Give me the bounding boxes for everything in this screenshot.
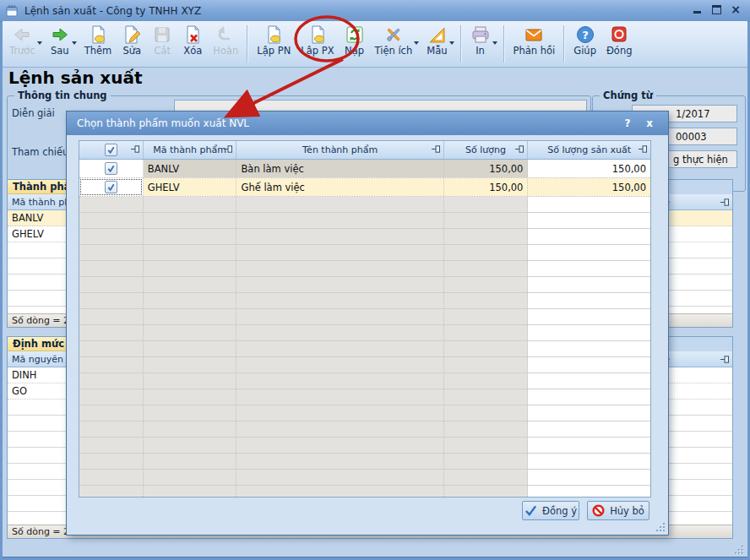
toolbar-button-in[interactable]: In [465,22,496,66]
toolbar-button-lap-pn[interactable]: Lập PN [252,22,296,66]
toolbar-button-lap-px[interactable]: Lập PX [296,22,339,66]
toolbar-button-truoc: Trước [4,22,41,66]
chevron-down-icon[interactable] [449,41,454,45]
toolbar-button-mau[interactable]: Mẫu [421,22,452,66]
pin-icon[interactable] [720,355,730,364]
help-icon: ? [575,24,595,45]
cell-qty: 150,00 [444,160,529,177]
toolbar-button-xoa[interactable]: Xóa [177,22,208,66]
check-icon [524,505,537,516]
cell-qty-prod: 150,00 [528,178,650,196]
chevron-down-icon[interactable] [414,41,419,45]
toolbar-button-tien-ich[interactable]: Tiện ích [370,22,418,66]
dialog-title-bar: Chọn thành phẩm muốn xuất NVL [67,111,668,135]
reference-label: Tham chiếu [12,146,68,158]
arrow-left-icon [12,24,32,45]
check-icon [106,164,116,173]
dialog-table-header: Mã thành phẩm Tên thành phẩm Số lượng Số… [79,141,650,160]
app-window: Lệnh sản xuất - Công ty TNHH XYZ × Trước… [0,0,750,560]
col-header-code[interactable]: Mã thành phẩm [144,141,237,159]
toolbar-button-hoan: Hoàn [208,22,243,66]
col-header-qty-prod[interactable]: Số lượng sản xuất [528,141,650,159]
cell-name: Ghế làm việc [236,178,443,196]
close-button[interactable]: × [730,3,742,15]
title-bar: Lệnh sản xuất - Công ty TNHH XYZ × [0,0,750,22]
row-checkbox[interactable] [105,181,117,193]
cancel-button[interactable]: Hủy bỏ [587,501,649,520]
table-row[interactable]: GHELV Ghế làm việc 150,00 150,00 [79,178,650,197]
create-receipt-icon [264,24,284,45]
chevron-down-icon[interactable] [72,41,77,45]
dialog-resize-grip[interactable] [655,522,666,532]
dialog-help-button[interactable]: ? [621,117,634,130]
toolbar-button-nap[interactable]: Nạp [340,22,370,66]
cell-code: GHELV [144,178,237,196]
toolbar-separator [460,25,462,63]
dialog-close-icon[interactable]: x [643,117,656,130]
mail-icon [524,24,544,45]
undo-icon [215,24,236,45]
template-ruler-icon [427,24,447,45]
toolbar-button-sau[interactable]: Sau [45,22,75,66]
toolbar-button-dong[interactable]: Đóng [601,22,638,66]
save-icon [152,24,172,45]
select-all-header[interactable] [79,141,144,159]
row-checkbox[interactable] [105,162,117,175]
window-title: Lệnh sản xuất - Công ty TNHH XYZ [24,5,201,17]
toolbar-button-phan-hoi[interactable]: Phản hồi [508,22,561,66]
table-row[interactable]: BANLV Bàn làm việc 150,00 150,00 [79,160,650,178]
description-label: Diễn giải [12,107,55,119]
toolbar-button-giup[interactable]: ? Giúp [568,22,601,66]
select-products-dialog: Chọn thành phẩm muốn xuất NVL ? x Mã thà… [66,111,669,536]
dialog-table-empty-area [79,197,650,497]
maximize-button[interactable] [710,3,722,15]
toolbar-button-cat: Cắt [147,22,177,66]
select-all-checkbox[interactable] [105,144,117,156]
toolbar-separator [247,25,248,63]
cell-name: Bàn làm việc [236,160,443,177]
pin-icon[interactable] [224,144,233,154]
arrow-right-icon [50,24,70,45]
ok-button[interactable]: Đồng ý [522,501,579,520]
printer-icon [470,24,491,45]
col-header-name[interactable]: Tên thành phẩm [236,141,443,159]
general-info-group-title: Thông tin chung [14,90,111,101]
svg-text:?: ? [582,29,589,41]
window-resize-grip[interactable] [733,544,745,556]
dialog-table: Mã thành phẩm Tên thành phẩm Số lượng Số… [79,140,651,497]
prohibition-icon [592,504,605,517]
pin-icon[interactable] [432,144,441,154]
create-issue-icon [307,24,328,45]
pin-icon[interactable] [720,198,730,207]
document-group-title: Chứng từ [600,90,656,101]
toolbar-button-sua[interactable]: Sửa [117,22,147,66]
check-icon [106,182,116,192]
toolbar-separator [563,25,565,63]
pin-icon[interactable] [639,144,648,154]
cell-code: BANLV [144,160,237,177]
pin-icon[interactable] [131,144,140,154]
edit-document-icon [122,24,142,45]
toolbar: Trước Sau Thêm Sửa Cắt Xóa Hoàn Lậ [3,21,747,68]
delete-document-icon [182,24,203,45]
cell-qty-prod: 150,00 [528,160,650,177]
app-icon [5,4,19,18]
toolbar-button-them[interactable]: Thêm [79,22,117,66]
minimize-button[interactable] [691,3,703,15]
tools-icon [383,24,404,45]
page-title: Lệnh sản xuất [8,68,143,88]
close-app-icon [609,24,629,45]
toolbar-separator [503,25,505,63]
pin-icon[interactable] [515,144,524,154]
cell-qty: 150,00 [444,178,529,196]
dialog-title: Chọn thành phẩm muốn xuất NVL [77,117,249,129]
refresh-icon [345,24,365,45]
check-icon [106,145,116,155]
new-document-icon [88,24,108,45]
col-header-qty[interactable]: Số lượng [444,141,529,159]
chevron-down-icon[interactable] [492,41,497,45]
